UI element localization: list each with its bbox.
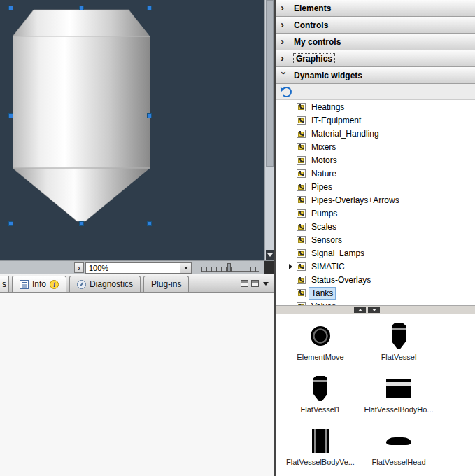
widget-library-icon xyxy=(297,130,306,138)
tab-properties-clipped[interactable]: s xyxy=(0,276,9,292)
widget-folder-row[interactable]: SIMATIC xyxy=(276,260,475,273)
chevron-icon: › xyxy=(281,38,288,45)
selection-handle[interactable] xyxy=(8,221,13,226)
palette-section-header[interactable]: › Graphics xyxy=(276,50,475,67)
palette-section-header[interactable]: › My controls xyxy=(276,34,475,50)
scrollbar-corner xyxy=(264,261,274,275)
widget-folder-label: Pipes-Overlays+Arrows xyxy=(309,195,402,206)
widget-folder-row[interactable]: Motors xyxy=(276,153,475,167)
widget-item[interactable]: FlatVessel1 xyxy=(281,372,360,425)
selection-handle[interactable] xyxy=(8,6,13,10)
widget-preview-grid: ElementMove FlatVessel FlatVessel1 FlatV… xyxy=(276,314,475,476)
tab-plugins[interactable]: Plug-ins xyxy=(143,276,189,292)
widget-folder-label: Scales xyxy=(309,221,339,232)
vessel-widget-icon xyxy=(392,323,406,349)
widget-item[interactable]: FlatVesselHead xyxy=(360,425,438,476)
widget-preview-iconbox xyxy=(312,426,329,456)
selection-handle[interactable] xyxy=(79,221,84,226)
selection-handle[interactable] xyxy=(147,221,152,226)
window-menu-dropdown-icon[interactable] xyxy=(263,282,269,286)
widget-folder-label: Status-Overlays xyxy=(309,274,373,286)
widget-preview-iconbox xyxy=(313,374,327,403)
widget-folder-row[interactable]: Status-Overlays xyxy=(276,273,475,286)
drawing-canvas[interactable] xyxy=(0,0,264,260)
widget-item[interactable]: ElementMove xyxy=(281,320,360,372)
chevron-down-icon xyxy=(184,267,188,270)
palette-section-label: Elements xyxy=(294,4,331,13)
palette-section-label: My controls xyxy=(294,37,341,47)
widget-library-icon xyxy=(297,302,306,306)
widget-folder-list: Heatings IT-Equipment Material_Handling … xyxy=(276,100,475,305)
expand-arrow-icon[interactable] xyxy=(289,264,292,270)
slider-handle[interactable] xyxy=(227,263,231,272)
canvas-vertical-scrollbar[interactable] xyxy=(264,0,274,260)
widget-library-icon xyxy=(297,262,306,271)
widget-folder-label: SIMATIC xyxy=(309,261,347,272)
widget-folder-row[interactable]: Heatings xyxy=(276,100,475,113)
inspector-tab-bar: s Info i Diagnostics Plug-ins xyxy=(0,274,274,293)
vessel-graphic[interactable] xyxy=(13,8,150,223)
widget-folder-row[interactable]: Material_Handling xyxy=(276,127,475,140)
toolbox-panel: › Elements › Controls › My controls › Gr… xyxy=(274,0,475,476)
palette-splitter[interactable] xyxy=(276,305,475,314)
widget-folder-label: Material_Handling xyxy=(309,128,381,139)
body-v-widget-icon xyxy=(312,429,329,453)
widget-folder-row[interactable]: Scales xyxy=(276,220,475,233)
vessel-widget-icon xyxy=(313,376,327,401)
zoom-slider[interactable] xyxy=(201,263,259,273)
diagnostics-icon xyxy=(77,280,86,289)
widget-preview-iconbox xyxy=(386,374,411,403)
widget-label: FlatVesselBodyVe... xyxy=(286,458,355,466)
palette-section-label: Dynamic widgets xyxy=(294,71,362,80)
palette-section-label: Graphics xyxy=(294,54,334,64)
tab-info[interactable]: Info i xyxy=(12,276,66,292)
chevron-icon: › xyxy=(281,4,288,11)
widget-folder-row[interactable]: Pipes xyxy=(276,180,475,193)
palette-sections: › Elements › Controls › My controls › Gr… xyxy=(276,0,475,84)
widget-item[interactable]: FlatVesselBodyVe... xyxy=(281,425,360,476)
widget-folder-label: Tanks xyxy=(309,288,335,299)
selection-handle[interactable] xyxy=(147,113,152,118)
zoom-toolbar-spacer xyxy=(0,261,74,274)
widget-preview-iconbox xyxy=(386,426,411,456)
widget-folder-row[interactable]: Signal_Lamps xyxy=(276,246,475,260)
selection-handle[interactable] xyxy=(8,113,13,118)
widget-item[interactable]: FlatVesselBodyHo... xyxy=(360,372,438,425)
zoom-toolbar: › 100% xyxy=(0,260,274,274)
widget-folder-label: Motors xyxy=(309,155,339,166)
widget-folder-row[interactable]: IT-Equipment xyxy=(276,113,475,127)
zoom-combobox[interactable]: 100% xyxy=(85,262,192,274)
splitter-up-button[interactable] xyxy=(354,307,366,313)
editor-pane: › 100% s Info i Diagnostics Plug-ins xyxy=(0,0,274,476)
expand-zoom-button[interactable]: › xyxy=(74,262,84,273)
selection-handle[interactable] xyxy=(147,6,152,10)
tab-diagnostics-label: Diagnostics xyxy=(90,279,133,289)
scrollbar-thumb[interactable] xyxy=(266,0,274,167)
zoom-dropdown-button[interactable] xyxy=(180,263,191,273)
widget-library-icon xyxy=(297,116,306,125)
body-h-widget-icon xyxy=(386,379,411,398)
palette-toolbar xyxy=(276,84,475,100)
widget-folder-row[interactable]: Nature xyxy=(276,167,475,180)
widget-library-icon xyxy=(297,156,306,164)
widget-folder-row[interactable]: Pumps xyxy=(276,206,475,220)
zoom-value[interactable]: 100% xyxy=(86,263,180,273)
palette-section-header[interactable]: › Controls xyxy=(276,17,475,34)
widget-folder-row[interactable]: Valves xyxy=(276,300,475,305)
maximize-window-icon[interactable] xyxy=(251,280,259,287)
splitter-down-button[interactable] xyxy=(368,307,380,313)
refresh-icon[interactable] xyxy=(281,87,292,97)
widget-label: ElementMove xyxy=(297,353,343,361)
widget-folder-row[interactable]: Mixers xyxy=(276,140,475,153)
palette-section-header[interactable]: › Dynamic widgets xyxy=(276,67,475,84)
widget-folder-row[interactable]: Tanks xyxy=(276,286,475,300)
selection-handle[interactable] xyxy=(79,6,84,10)
widget-folder-row[interactable]: Sensors xyxy=(276,233,475,246)
widget-item[interactable]: FlatVessel xyxy=(360,320,438,372)
palette-section-header[interactable]: › Elements xyxy=(276,0,475,17)
dock-window-icon[interactable] xyxy=(241,280,248,287)
tab-diagnostics[interactable]: Diagnostics xyxy=(69,276,141,292)
widget-folder-row[interactable]: Pipes-Overlays+Arrows xyxy=(276,193,475,206)
scroll-down-button[interactable] xyxy=(266,250,274,260)
widget-folder-label: Heatings xyxy=(309,102,346,113)
